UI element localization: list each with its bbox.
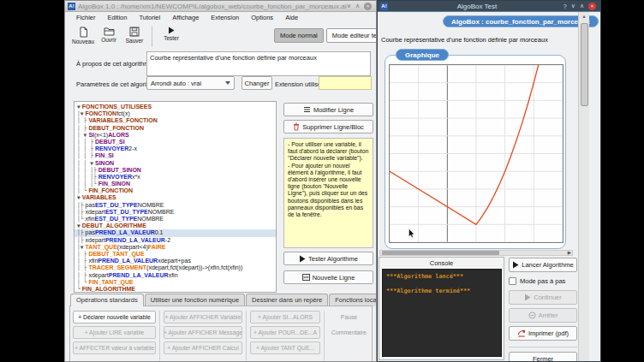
tree-row[interactable]: │ │ ▼SINON: [75, 160, 276, 167]
ouvrir-label: Ouvrir: [101, 37, 116, 43]
tree-row[interactable]: │▼FONCTION fct(x): [75, 110, 276, 117]
tree-row[interactable]: │ │ ├RENVOYER 2-x: [75, 145, 276, 152]
tree-row[interactable]: │ │ ├DEBUT_SI: [75, 139, 276, 145]
tester-algorithme-button[interactable]: Tester Algorithme: [283, 252, 373, 265]
tree-token: FONCTION: [86, 110, 117, 117]
minimize-button[interactable]: ∨: [571, 3, 575, 9]
tree-row[interactable]: │ └FIN_FONCTION: [75, 187, 276, 194]
menu-fichier[interactable]: Fichier: [70, 13, 102, 22]
scroll-up-icon[interactable]: ▲: [579, 12, 589, 21]
pause-button[interactable]: Pause: [328, 311, 370, 323]
tree-row[interactable]: │ ├DEBUT_FONCTION: [75, 125, 276, 132]
ajouter-lire-variable-button[interactable]: + Ajouter LIRE variable: [73, 326, 156, 339]
minimize-button[interactable]: ∨: [347, 3, 351, 9]
commentaire-button[interactable]: Commentaire: [328, 326, 370, 339]
action-column: + Déclarer nouvelle variable+ Ajouter LI…: [73, 311, 156, 362]
maximize-button[interactable]: ∧: [355, 3, 360, 9]
algobox-app-icon: A!: [68, 3, 75, 10]
ouvrir-button[interactable]: Ouvrir: [96, 25, 122, 43]
close-button[interactable]: ×: [588, 3, 596, 10]
maximize-button[interactable]: ∧: [580, 3, 584, 9]
menu-edition[interactable]: Edition: [102, 13, 134, 22]
sauver-button[interactable]: Sauver: [122, 25, 147, 44]
menu-affichage[interactable]: Affichage: [166, 13, 205, 22]
action-column: + Ajouter SI...ALORS+ Ajouter POUR...DE.…: [246, 311, 320, 362]
imprimer-pdf-button[interactable]: Imprimer (pdf): [509, 326, 577, 341]
tree-row[interactable]: │├pas EST_DU_TYPE NOMBRE: [75, 202, 276, 209]
nouvelle-ligne-button[interactable]: Nouvelle Ligne: [283, 270, 373, 284]
continuer-button[interactable]: Continuer: [509, 290, 577, 305]
affecter-valeur-a-variable-button[interactable]: + AFFECTER valeur à variable: [73, 341, 156, 354]
ajouter-pour-de-a-button[interactable]: + Ajouter POUR...DE...A: [250, 326, 320, 339]
right-titlebar[interactable]: A! AlgoBox Test ?∨∧×: [378, 1, 600, 12]
lancer-algorithme-button[interactable]: Lancer Algorithme: [509, 258, 577, 272]
tree-row[interactable]: │ ▼SI (x<1) ALORS: [75, 132, 276, 139]
modifier-ligne-button[interactable]: Modifier Ligne: [283, 103, 373, 116]
tree-token: FIN_TANT_QUE: [88, 279, 133, 286]
menu-extension[interactable]: Extension: [205, 13, 245, 22]
tree-row[interactable]: │ ├TRACER_SEGMENT (xdepart,fct(xdepart))…: [75, 264, 276, 271]
tree-row[interactable]: ▼VARIABLES: [75, 194, 276, 201]
mode-editeur-texte-button[interactable]: Mode éditeur texte: [326, 28, 377, 43]
graph-horizontal-scrollbar[interactable]: ▶: [379, 250, 573, 256]
tree-row[interactable]: │ │ ├FIN_SI: [75, 152, 276, 159]
tree-row[interactable]: │ └FIN_TANT_QUE: [75, 279, 276, 286]
tree-branch-icon: │ │ ├: [77, 139, 93, 145]
nouveau-label: Nouveau: [72, 39, 94, 45]
algorithm-tree[interactable]: ▼FONCTIONS_UTILISEES│▼FONCTION fct(x)│ ├…: [74, 101, 277, 293]
menu-options[interactable]: Options: [245, 13, 279, 22]
ajouter-afficher-calcul-button[interactable]: + Ajouter AFFICHER Calcul: [164, 341, 242, 354]
menu-tutoriel[interactable]: Tutoriel: [133, 13, 166, 22]
window-vertical-scrollbar[interactable]: ▲: [578, 12, 589, 362]
checkbox-icon[interactable]: [509, 277, 516, 285]
mode-normal-button[interactable]: Mode normal: [274, 28, 324, 43]
ajouter-afficher-message-button[interactable]: + Ajouter AFFICHER Message: [164, 326, 242, 339]
tree-row[interactable]: │ │ │├DEBUT_SINON: [75, 167, 276, 174]
mode-pas-a-pas-checkbox[interactable]: Mode pas à pas: [509, 277, 577, 285]
tree-row[interactable]: ▼FONCTIONS_UTILISEES: [75, 104, 276, 110]
tab-fonctions-locales[interactable]: Fonctions locales: [329, 294, 377, 306]
left-titlebar[interactable]: A! AlgoBox 1.0 : /home/xm1/NEWCOMPIL/alg…: [65, 1, 376, 12]
scrollbar-thumb[interactable]: [382, 251, 499, 255]
tree-token: pas: [86, 229, 95, 236]
tree-row[interactable]: │▼TANT_QUE (xdepart<4) FAIRE: [75, 244, 276, 251]
menu-aide[interactable]: Aide: [279, 13, 304, 22]
tester-button[interactable]: Tester: [158, 25, 184, 41]
help-button[interactable]: ?: [564, 3, 567, 9]
fermer-button[interactable]: Fermer: [509, 352, 577, 362]
ajouter-si-alors-button[interactable]: + Ajouter SI...ALORS: [250, 311, 320, 323]
about-textarea[interactable]: Courbe représentative d'une fonction déf…: [146, 51, 371, 76]
scroll-right-icon[interactable]: ▶: [568, 250, 571, 255]
tree-row[interactable]: │├xdepart PREND_LA_VALEUR -2: [75, 237, 276, 244]
tree-row[interactable]: │ ├VARIABLES_FONCTION: [75, 117, 276, 124]
tree-row[interactable]: │ │ │├RENVOYER x*x: [75, 174, 276, 181]
tree-row[interactable]: │ ├DEBUT_TANT_QUE: [75, 251, 276, 258]
supprimer-ligne-button[interactable]: Supprimer Ligne/Bloc: [283, 120, 373, 134]
arreter-button[interactable]: Arrêter: [509, 308, 577, 323]
tree-token: 2-x: [128, 145, 137, 152]
tree-row[interactable]: │└xfin EST_DU_TYPE NOMBRE: [75, 216, 276, 223]
tree-row[interactable]: └FIN_ALGORITHME: [75, 286, 276, 293]
tree-row[interactable]: │├pas PREND_LA_VALEUR 0.1: [75, 229, 276, 236]
scrollbar-thumb[interactable]: [581, 23, 588, 106]
tab-dessiner-dans-un-repere[interactable]: Dessiner dans un repère: [246, 294, 328, 306]
tree-row[interactable]: │ ├xdepart PREND_LA_VALEUR xfin: [75, 272, 276, 279]
tree-token: xdepart+pas: [158, 258, 191, 264]
tree-row[interactable]: ▼DEBUT_ALGORITHME: [75, 223, 276, 229]
tree-branch-icon: │ ├: [77, 125, 86, 132]
params-select[interactable]: Arrondi auto : vrai: [146, 76, 235, 90]
open-folder-icon: [104, 27, 115, 36]
close-button[interactable]: ×: [364, 3, 372, 10]
tab-utiliser-une-fonction-numerique[interactable]: Utiliser une fonction numérique: [145, 294, 245, 306]
tab-operations-standards[interactable]: Opérations standards: [70, 294, 144, 306]
ajouter-tant-que-button[interactable]: + Ajouter TANT QUE...: [250, 341, 320, 354]
ajouter-afficher-variable-button[interactable]: + Ajouter AFFICHER Variable: [164, 311, 242, 323]
tree-row[interactable]: │ ├xfin PREND_LA_VALEUR xdepart+pas: [75, 258, 276, 264]
changer-button[interactable]: Changer: [242, 76, 272, 90]
tree-row[interactable]: │├xdepart EST_DU_TYPE NOMBRE: [75, 209, 276, 216]
nouveau-button[interactable]: Nouveau: [70, 25, 96, 45]
extension-input[interactable]: [319, 76, 372, 90]
tree-row[interactable]: │ │ │└FIN_SINON: [75, 181, 276, 187]
declarer-nouvelle-variable-button[interactable]: + Déclarer nouvelle variable: [73, 311, 156, 323]
menubar: FichierEditionTutorielAffichageExtension…: [65, 12, 376, 23]
